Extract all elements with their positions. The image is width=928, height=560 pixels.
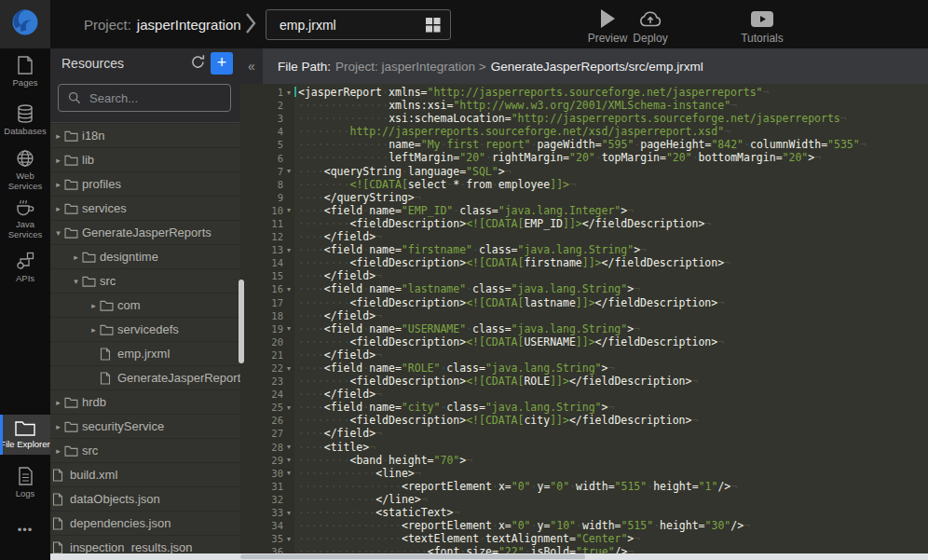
project-name[interactable]: Project: jasperIntegration <box>84 0 241 48</box>
code-line[interactable]: ··············name="My·first·report"·pag… <box>298 138 928 151</box>
tree-item-src[interactable]: ▾src <box>50 269 240 293</box>
tree-item-services[interactable]: ▸services <box>50 197 240 220</box>
deploy-button[interactable]: Deploy <box>624 7 676 45</box>
code-line[interactable]: ················<textElement·textAlignme… <box>298 532 928 545</box>
expand-arrow[interactable]: ▸ <box>52 422 64 431</box>
code-line[interactable]: <jasperReport·xmlns="http://jasperreport… <box>298 86 928 99</box>
tree-item-profiles[interactable]: ▸profiles <box>50 172 240 196</box>
code-line[interactable]: ········<fieldDescription><![CDATA[ROLE]… <box>298 375 928 388</box>
code-line[interactable]: ··············xsi:schemaLocation="http:/… <box>298 112 928 125</box>
fold-arrow[interactable]: ▾ <box>283 456 294 464</box>
resources-search[interactable] <box>58 84 231 112</box>
code-line[interactable]: ····<field·name="city"·class="java.lang.… <box>298 401 928 414</box>
code-line[interactable]: ············<line>¬ <box>298 467 928 480</box>
fold-arrow[interactable]: ▾ <box>283 469 294 477</box>
code-line[interactable]: ········<![CDATA[select·*·from·employee]… <box>298 178 928 191</box>
fold-arrow[interactable]: ▾ <box>283 509 294 517</box>
search-input[interactable] <box>88 90 230 106</box>
sidebar-item-java-services[interactable]: Java Services <box>0 198 50 239</box>
horizontal-scrollbar[interactable] <box>50 553 928 560</box>
code-line[interactable]: ····</field>¬ <box>298 269 928 282</box>
expand-arrow[interactable]: ▾ <box>70 277 82 286</box>
expand-arrow[interactable]: ▸ <box>52 398 64 407</box>
tree-item-securityService[interactable]: ▸securityService <box>50 415 240 438</box>
code-line[interactable]: ····</field>¬ <box>298 309 928 322</box>
tree-item-build.xml[interactable]: build.xml <box>50 463 240 486</box>
expand-arrow[interactable]: ▸ <box>52 204 64 213</box>
fold-arrow[interactable]: ▾ <box>283 403 294 412</box>
code-line[interactable]: ····</field>¬ <box>298 427 928 440</box>
expand-arrow[interactable]: ▸ <box>52 131 64 141</box>
fold-arrow[interactable]: ▾ <box>283 206 294 214</box>
expand-arrow[interactable]: ▸ <box>52 446 64 456</box>
fold-arrow[interactable]: ▾ <box>283 246 294 254</box>
tree-item-lib[interactable]: ▸lib <box>50 148 240 171</box>
sidebar-more-button[interactable]: ••• <box>0 522 50 535</box>
tree-item-dependencies.json[interactable]: dependencies.json <box>50 512 240 535</box>
expand-arrow[interactable]: ▸ <box>52 180 64 189</box>
code-line[interactable]: ············<staticText>¬ <box>298 506 928 519</box>
code-line[interactable]: ········http://jasperreports.sourceforge… <box>298 125 928 138</box>
sidebar-item-logs[interactable]: Logs <box>0 467 50 499</box>
code-line[interactable]: ····<field·name="USERNAME"·class="java.l… <box>298 322 928 335</box>
code-line[interactable]: ··············xmlns:xsi="http://www.w3.o… <box>298 99 928 112</box>
code-line[interactable]: ········<fieldDescription><![CDATA[city]… <box>298 414 928 427</box>
tree-item-i18n[interactable]: ▸i18n <box>50 124 240 147</box>
code-line[interactable]: ····<field·name="ROLE"·class="java.lang.… <box>298 362 928 375</box>
add-resource-button[interactable]: + <box>211 52 233 75</box>
horizontal-scrollbar-thumb[interactable] <box>240 554 585 559</box>
refresh-icon[interactable] <box>190 54 206 74</box>
resources-scrollbar-thumb[interactable] <box>239 280 244 363</box>
fold-arrow[interactable]: ▾ <box>283 324 294 333</box>
expand-arrow[interactable]: ▾ <box>52 228 64 238</box>
tree-item-emp.jrxml[interactable]: emp.jrxml <box>50 342 240 365</box>
expand-arrow[interactable]: ▸ <box>88 325 100 335</box>
code-line[interactable]: ····<queryString·language="SQL">¬ <box>298 165 928 178</box>
tree-item-dataObjects.json[interactable]: dataObjects.json <box>50 487 240 511</box>
code-line[interactable]: ········<band·height="70">¬ <box>298 454 928 467</box>
open-file-tab[interactable]: emp.jrxml <box>266 9 451 40</box>
tutorials-button[interactable]: Tutorials <box>736 7 788 45</box>
code-line[interactable]: ········<fieldDescription><![CDATA[first… <box>298 256 928 269</box>
code-line[interactable]: ················<reportElement·x="0"·y="… <box>298 480 928 493</box>
sidebar-item-web-services[interactable]: Web Services <box>0 149 50 191</box>
grid-icon[interactable] <box>425 17 441 33</box>
code-line[interactable]: ········<fieldDescription><![CDATA[lastn… <box>298 296 928 309</box>
code-line[interactable]: ····<field·name="lastname"·class="java.l… <box>298 282 928 295</box>
expand-arrow[interactable]: ▸ <box>70 253 82 262</box>
fold-arrow[interactable]: ▾ <box>283 535 294 543</box>
code-line[interactable]: ········<fieldDescription><![CDATA[EMP_I… <box>298 217 928 230</box>
sidebar-item-pages[interactable]: Pages <box>0 56 50 88</box>
tree-item-hrdb[interactable]: ▸hrdb <box>50 390 240 414</box>
code-line[interactable]: ····</field>¬ <box>298 230 928 243</box>
tree-item-com[interactable]: ▸com <box>50 294 240 317</box>
code-area[interactable]: <jasperReport·xmlns="http://jasperreport… <box>294 84 928 560</box>
collapse-panel-button[interactable]: « <box>240 48 263 84</box>
expand-arrow[interactable]: ▸ <box>52 156 64 165</box>
code-line[interactable]: ········<fieldDescription><![CDATA[USERN… <box>298 335 928 348</box>
code-editor[interactable]: 1▾234567▾8910▾111213▾141516▾171819▾20212… <box>240 84 928 560</box>
fold-arrow[interactable]: ▾ <box>283 285 294 294</box>
sidebar-item-apis[interactable]: APIs <box>0 252 50 283</box>
tree-item-GenerateJasperReports.s[interactable]: GenerateJasperReports.s <box>50 366 240 389</box>
fold-arrow[interactable]: ▾ <box>283 89 294 97</box>
expand-arrow[interactable]: ▸ <box>88 301 100 310</box>
tree-item-src[interactable]: ▸src <box>50 439 240 462</box>
tree-item-servicedefs[interactable]: ▸servicedefs <box>50 318 240 341</box>
code-line[interactable]: ····<field·name="firstname"·class="java.… <box>298 243 928 256</box>
code-line[interactable]: ················<reportElement·x="0"·y="… <box>298 519 928 532</box>
sidebar-item-file-explorer[interactable]: File Explorer <box>0 415 50 455</box>
fold-arrow[interactable]: ▾ <box>283 364 294 373</box>
code-line[interactable]: ····</field>¬ <box>298 388 928 401</box>
fold-arrow[interactable]: ▾ <box>283 443 294 451</box>
fold-arrow[interactable]: ▾ <box>283 167 294 175</box>
code-line[interactable]: ····</queryString>¬ <box>298 191 928 204</box>
wavemaker-logo[interactable] <box>0 0 50 48</box>
code-line[interactable]: ····</field>¬ <box>298 348 928 362</box>
sidebar-item-databases[interactable]: Databases <box>0 104 50 136</box>
code-line[interactable]: ··············leftMargin="20"·rightMargi… <box>298 151 928 164</box>
code-line[interactable]: ····<title>¬ <box>298 441 928 454</box>
code-line[interactable]: ····<field·name="EMP_ID"·class="java.lan… <box>298 204 928 217</box>
tree-item-GenerateJasperReports[interactable]: ▾GenerateJasperReports <box>50 221 240 244</box>
tree-item-designtime[interactable]: ▸designtime <box>50 245 240 268</box>
